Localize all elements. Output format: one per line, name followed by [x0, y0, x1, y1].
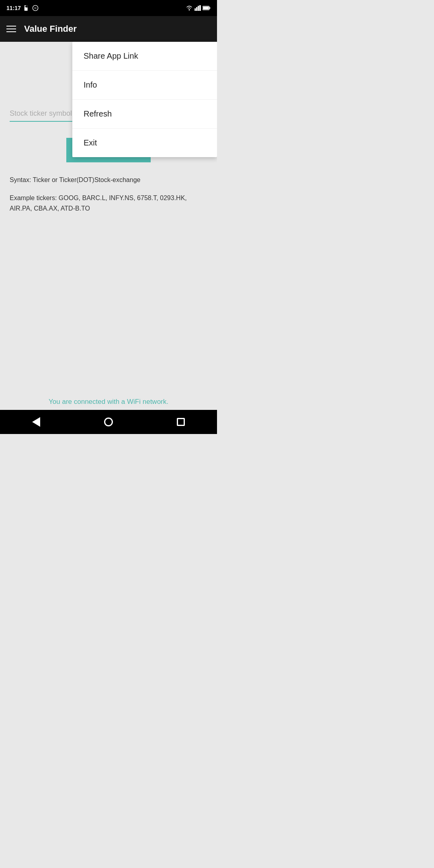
- signal-icon: [194, 5, 201, 11]
- recents-icon: [177, 418, 185, 426]
- dnd-icon: [32, 5, 39, 11]
- recents-button[interactable]: [177, 418, 185, 426]
- hamburger-menu-button[interactable]: [6, 26, 16, 32]
- menu-item-refresh[interactable]: Refresh: [72, 100, 217, 129]
- wifi-icon: [186, 5, 193, 11]
- back-button[interactable]: [32, 417, 40, 427]
- menu-item-exit[interactable]: Exit: [72, 129, 217, 157]
- svg-rect-2: [25, 6, 25, 7]
- app-title: Value Finder: [24, 24, 211, 34]
- home-button[interactable]: [104, 418, 113, 426]
- svg-rect-8: [196, 7, 197, 11]
- svg-rect-10: [199, 5, 201, 11]
- status-left: 11:17: [6, 5, 39, 11]
- status-right: [186, 5, 211, 11]
- back-icon: [32, 417, 40, 427]
- menu-item-share-app-link[interactable]: Share App Link: [72, 42, 217, 71]
- svg-rect-7: [194, 8, 196, 11]
- svg-rect-12: [209, 7, 210, 9]
- toolbar: Value Finder: [0, 16, 217, 42]
- svg-rect-13: [203, 7, 209, 10]
- wifi-status-text: You are connected with a WiFi network.: [0, 398, 217, 406]
- svg-point-6: [189, 9, 190, 10]
- home-icon: [104, 418, 113, 426]
- svg-rect-9: [198, 6, 199, 11]
- example-text: Example tickers: GOOG, BARC.L, INFY.NS, …: [10, 193, 207, 213]
- syntax-text: Syntax: Ticker or Ticker(DOT)Stock-excha…: [10, 175, 207, 185]
- battery-icon: [203, 6, 211, 10]
- menu-item-info[interactable]: Info: [72, 71, 217, 100]
- status-time: 11:17: [6, 5, 21, 11]
- status-bar: 11:17: [0, 0, 217, 16]
- dropdown-menu: Share App Link Info Refresh Exit: [72, 42, 217, 157]
- sd-card-icon: [23, 5, 30, 11]
- svg-rect-3: [26, 6, 26, 7]
- navigation-bar: [0, 410, 217, 434]
